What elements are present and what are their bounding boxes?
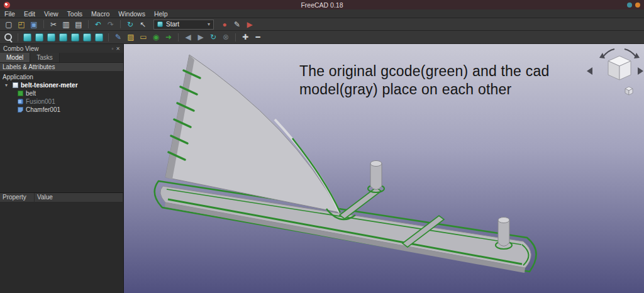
property-editor: Property Value [0, 192, 123, 293]
3d-viewport[interactable]: The original gcode(green) and the cad mo… [124, 44, 644, 293]
refresh-icon[interactable]: ↻ [125, 19, 136, 30]
scene-icon[interactable]: ◉ [150, 32, 162, 43]
cad-post-1 [368, 161, 384, 193]
notification-icon[interactable] [635, 3, 640, 8]
toolbar-separator [88, 20, 89, 28]
window-titlebar[interactable]: FreeCAD 0.18 [0, 0, 644, 9]
property-column-header[interactable]: Property [0, 193, 35, 202]
toolbar-separator [18, 33, 18, 41]
toolbar-file: ▢◰▣✂▥▤↶↷↻↖ Start ▾ ●✎▶ [0, 18, 644, 31]
zoom-icon[interactable] [4, 33, 13, 41]
view-front-icon[interactable] [47, 33, 55, 41]
fusion-object-icon [18, 99, 23, 104]
property-table-header: Property Value [0, 193, 123, 202]
paste-icon[interactable]: ▤ [73, 19, 84, 30]
titlebar-indicators [627, 3, 640, 8]
view-fit-icon[interactable] [23, 33, 31, 41]
window-title: FreeCAD 0.18 [0, 1, 644, 9]
view-top-icon[interactable] [59, 33, 67, 41]
menu-help[interactable]: Help [150, 10, 172, 18]
menu-view[interactable]: View [40, 10, 63, 18]
macro-play-icon[interactable]: ▶ [244, 19, 255, 30]
tab-tasks[interactable]: Tasks [30, 53, 60, 62]
chevron-down-icon: ▾ [208, 21, 210, 27]
toolbar-separator [108, 33, 109, 41]
menu-tools[interactable]: Tools [63, 10, 87, 18]
combo-view-header[interactable]: Combo View ▫ ✕ [0, 44, 123, 53]
menu-bar: FileEditViewToolsMacroWindowsHelp [0, 9, 644, 18]
rotate-left-arrow-icon [587, 67, 592, 75]
redo-icon[interactable]: ↷ [105, 19, 116, 30]
combo-view-tabs: Model Tasks [0, 53, 123, 63]
tree-item-belt[interactable]: belt [0, 89, 123, 97]
tree-item-label: Application [3, 74, 33, 80]
annotation-line-2: model(gray) place on each other [299, 80, 549, 99]
measure-icon[interactable]: ✎ [113, 32, 124, 43]
value-column-header[interactable]: Value [35, 193, 123, 202]
toolbar-view: ✎▨▭◉➜◀▶↻⊗✚━ [0, 31, 644, 44]
open-file-icon[interactable]: ◰ [16, 19, 27, 30]
tree-item-belt-tesioner-meter[interactable]: ▾ belt-tesioner-meter [0, 81, 123, 89]
nav-back-icon[interactable]: ◀ [182, 32, 194, 43]
clipping-icon[interactable]: ▨ [125, 32, 136, 43]
abort-icon[interactable]: ⊗ [220, 32, 231, 43]
tab-model[interactable]: Model [0, 53, 30, 62]
new-file-icon[interactable]: ▢ [3, 19, 14, 30]
main-area: Combo View ▫ ✕ Model Tasks Labels & Attr… [0, 44, 644, 293]
float-panel-icon[interactable]: ▫ [111, 46, 113, 52]
expander-icon[interactable]: ▾ [5, 82, 10, 88]
labels-attributes-label: Labels & Attributes [3, 64, 55, 70]
close-panel-icon[interactable]: ✕ [116, 46, 120, 52]
document-icon [13, 82, 18, 88]
copy-icon[interactable]: ▥ [60, 19, 72, 30]
rotate-cw-arrow-icon [625, 49, 636, 57]
view-rear-icon[interactable] [83, 33, 91, 41]
tree-item-label: Chamfer001 [26, 106, 60, 113]
menu-edit[interactable]: Edit [19, 10, 40, 18]
texture-icon[interactable]: ▭ [138, 32, 149, 43]
zoom-out-icon[interactable]: ━ [252, 32, 264, 43]
file-tool-group: ▢◰▣✂▥▤↶↷↻↖ [3, 19, 148, 30]
toolbar-separator [235, 33, 236, 41]
annotation-line-1: The original gcode(green) and the cad [299, 62, 549, 80]
link-icon[interactable]: ➜ [163, 32, 174, 43]
gcode-object-icon [18, 91, 23, 96]
property-table-body[interactable] [0, 202, 123, 293]
workbench-selector[interactable]: Start ▾ [153, 19, 214, 30]
rotate-ccw-arrow-icon [603, 49, 614, 57]
save-icon[interactable]: ▣ [28, 19, 40, 30]
macro-record-icon[interactable]: ● [219, 19, 230, 30]
menu-file[interactable]: File [0, 10, 19, 18]
navigation-cube[interactable] [587, 49, 643, 80]
tree-item-label: belt [26, 90, 36, 97]
toolbar-separator [43, 20, 44, 28]
workbench-selected-label: Start [166, 21, 179, 28]
undo-icon[interactable]: ↶ [92, 19, 104, 30]
status-indicator-icon[interactable] [627, 3, 632, 8]
tree-item-label: Fusion001 [26, 98, 55, 105]
rotate-right-arrow-icon [638, 67, 643, 75]
macro-edit-icon[interactable]: ✎ [231, 19, 243, 30]
view-axonometric-icon[interactable] [35, 33, 43, 41]
tree-item-label: belt-tesioner-meter [21, 82, 78, 89]
cut-icon[interactable]: ✂ [48, 19, 59, 30]
zoom-in-icon[interactable]: ✚ [240, 32, 251, 43]
combo-view-title: Combo View [3, 45, 39, 52]
tree-item-fusion001[interactable]: Fusion001 [0, 97, 123, 106]
tree-item-chamfer001[interactable]: Chamfer001 [0, 106, 123, 114]
sync-icon[interactable]: ↻ [208, 32, 219, 43]
menu-macro[interactable]: Macro [87, 10, 114, 18]
menu-windows[interactable]: Windows [114, 10, 150, 18]
macro-tool-group: ●✎▶ [219, 19, 255, 30]
tree-item-application[interactable]: Application [0, 73, 123, 81]
combo-view-panel: Combo View ▫ ✕ Model Tasks Labels & Attr… [0, 44, 124, 293]
toolbar-separator [120, 20, 121, 28]
nav-forward-icon[interactable]: ▶ [195, 32, 206, 43]
select-icon[interactable]: ↖ [137, 19, 148, 30]
view-bottom-icon[interactable] [95, 33, 103, 41]
toolbar-separator [178, 33, 179, 41]
nav-mini-cube[interactable] [625, 87, 633, 95]
model-tree[interactable]: Application ▾ belt-tesioner-meter belt F… [0, 72, 123, 192]
view-right-icon[interactable] [71, 33, 79, 41]
workbench-icon [157, 21, 163, 27]
